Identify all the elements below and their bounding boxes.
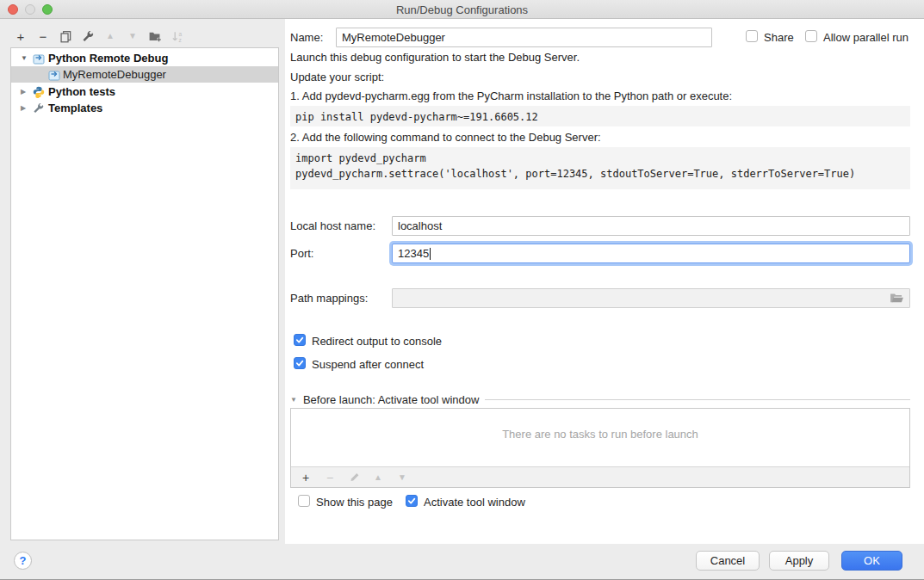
path-mappings-input (392, 288, 910, 308)
pip-install-code: pip install pydevd-pycharm~=191.6605.12 (290, 106, 910, 126)
tree-item-label: Templates (48, 102, 102, 114)
show-this-page-checkbox[interactable] (298, 495, 310, 507)
allow-parallel-run-checkbox[interactable] (805, 30, 817, 42)
new-folder-icon[interactable] (147, 28, 163, 44)
section-divider (485, 399, 910, 400)
collapse-arrow-icon[interactable]: ▶ (21, 88, 26, 96)
browse-folder-icon[interactable] (890, 293, 904, 304)
move-task-up-icon[interactable]: ▲ (370, 470, 386, 485)
port-input[interactable]: 12345 (392, 244, 910, 263)
apply-button[interactable]: Apply (769, 551, 829, 571)
sort-alphabetically-icon[interactable]: az (170, 28, 185, 44)
show-this-page-label: Show this page (316, 496, 393, 509)
empty-tasks-text: There are no tasks to run before launch (291, 428, 909, 441)
port-label: Port: (290, 247, 313, 260)
share-label: Share (764, 31, 794, 44)
path-mappings-label: Path mappings: (290, 292, 368, 305)
svg-text:z: z (178, 36, 181, 42)
edit-templates-wrench-icon[interactable] (80, 28, 96, 44)
help-button[interactable]: ? (14, 552, 32, 570)
add-task-icon[interactable]: + (298, 470, 313, 485)
remove-icon[interactable]: − (35, 28, 51, 44)
before-launch-tasks-box: There are no tasks to run before launch … (290, 408, 910, 488)
python-icon (33, 86, 45, 98)
allow-parallel-run-label: Allow parallel run (823, 31, 908, 44)
settrace-code-line2: pydevd_pycharm.settrace('localhost', por… (295, 168, 855, 180)
edit-task-icon[interactable] (346, 470, 362, 485)
intro-text: Launch this debug configuration to start… (290, 51, 580, 64)
add-icon[interactable]: + (13, 28, 28, 44)
tree-item-label: Python tests (48, 85, 115, 98)
text-cursor (430, 248, 431, 260)
settrace-code: import pydevd_pycharmpydevd_pycharm.sett… (290, 147, 910, 189)
redirect-output-checkbox[interactable] (294, 334, 306, 346)
tasks-toolbar: + − ▲ ▼ (291, 466, 909, 487)
redirect-output-label: Redirect output to console (312, 335, 442, 348)
tree-item-python-remote-debug[interactable]: ▼ Python Remote Debug (11, 50, 278, 66)
collapse-arrow-icon[interactable]: ▶ (21, 104, 26, 112)
run-debug-configurations-dialog: Run/Debug Configurations + − ▲ ▼ az ▼ Py… (0, 0, 924, 580)
help-icon: ? (20, 554, 27, 567)
configuration-form: Name: Share Allow parallel run Launch th… (285, 19, 924, 544)
share-checkbox[interactable] (746, 30, 758, 42)
local-host-name-label: Local host name: (290, 219, 375, 232)
suspend-after-connect-label: Suspend after connect (312, 358, 424, 371)
configurations-tree: ▼ Python Remote Debug MyRemoteDebugger ▶… (10, 47, 279, 540)
before-launch-label: Before launch: Activate tool window (303, 393, 480, 406)
move-down-icon[interactable]: ▼ (125, 28, 140, 44)
section-collapse-icon[interactable]: ▼ (290, 396, 297, 404)
titlebar: Run/Debug Configurations (0, 0, 924, 19)
update-script-text: Update your script: (290, 71, 384, 83)
remote-debug-config-icon (33, 52, 45, 65)
name-label: Name: (290, 31, 323, 44)
remove-task-icon[interactable]: − (322, 470, 338, 485)
step1-text: 1. Add pydevd-pycharm.egg from the PyCha… (290, 89, 732, 102)
window-title: Run/Debug Configurations (0, 3, 924, 16)
copy-icon[interactable] (58, 28, 73, 44)
tree-item-label: MyRemoteDebugger (63, 68, 166, 81)
remote-debug-config-icon (48, 69, 60, 81)
port-value: 12345 (398, 247, 429, 260)
ok-button[interactable]: OK (841, 551, 902, 571)
move-up-icon[interactable]: ▲ (102, 28, 118, 44)
tree-item-python-tests[interactable]: ▶ Python tests (11, 83, 278, 100)
tree-item-myremotedebugger[interactable]: MyRemoteDebugger (11, 66, 278, 83)
dialog-footer: ? Cancel Apply OK (0, 544, 924, 580)
suspend-after-connect-checkbox[interactable] (294, 357, 306, 369)
local-host-name-input[interactable] (392, 216, 910, 236)
settrace-code-line1: import pydevd_pycharm (295, 152, 426, 164)
tree-item-templates[interactable]: ▶ Templates (11, 100, 278, 116)
configurations-toolbar: + − ▲ ▼ az (13, 27, 185, 46)
move-task-down-icon[interactable]: ▼ (394, 470, 410, 485)
templates-wrench-icon (33, 102, 45, 114)
activate-tool-window-label: Activate tool window (424, 496, 525, 509)
cancel-button[interactable]: Cancel (696, 551, 760, 571)
activate-tool-window-checkbox[interactable] (406, 495, 418, 507)
tree-item-label: Python Remote Debug (48, 52, 168, 65)
before-launch-section-header[interactable]: ▼ Before launch: Activate tool window (290, 393, 910, 406)
name-input[interactable] (336, 28, 712, 47)
expand-arrow-icon[interactable]: ▼ (21, 54, 28, 62)
step2-text: 2. Add the following command to connect … (290, 131, 601, 144)
